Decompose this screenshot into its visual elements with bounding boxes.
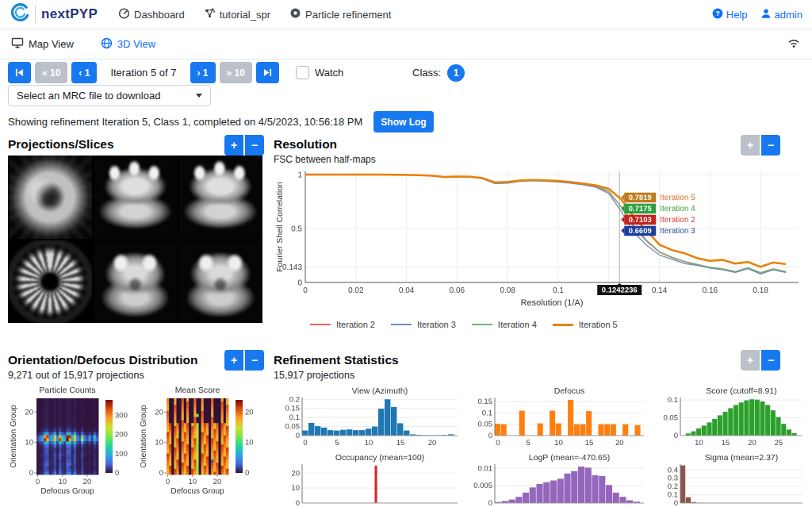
- project-nodes-icon: [204, 7, 216, 21]
- brand[interactable]: nextPYP: [10, 3, 98, 26]
- watch-label: Watch: [315, 67, 343, 79]
- monitor-icon: [11, 37, 24, 51]
- projection-slices-image: [8, 156, 262, 323]
- nav-item-project[interactable]: tutorial_spr: [204, 7, 270, 21]
- legend-line-swatch: [553, 324, 573, 326]
- resolution-zoom-out-button[interactable]: −: [761, 135, 780, 156]
- defocus-histogram[interactable]: [466, 386, 649, 450]
- tab-label: Map View: [29, 38, 74, 50]
- mrc-file-select[interactable]: Select an MRC file to download: [8, 85, 211, 106]
- fsc-legend: Iteration 2Iteration 3Iteration 4Iterati…: [274, 320, 806, 329]
- legend-label: Iteration 2: [336, 320, 375, 329]
- mrc-select-value: Select an MRC file to download: [17, 90, 160, 102]
- last-iteration-button[interactable]: [256, 62, 279, 83]
- iteration-label: Iteration 5 of 7: [110, 67, 176, 79]
- legend-item[interactable]: Iteration 3: [391, 320, 456, 329]
- status-text: Showing refinement Iteration 5, Class 1,…: [8, 116, 362, 128]
- legend-label: Iteration 4: [498, 320, 537, 329]
- projections-panel-title: Projections/Slices: [8, 137, 114, 152]
- particle-counts-heatmap[interactable]: [10, 386, 138, 507]
- projection-image-cell: [8, 240, 92, 324]
- particle-refinement-icon: [289, 7, 301, 21]
- tab-3d-view[interactable]: 3D View: [101, 37, 155, 52]
- class-selector: Class: 1: [412, 62, 465, 83]
- resolution-panel-title: Resolution: [274, 137, 337, 152]
- nav-item-label: Dashboard: [134, 9, 185, 21]
- forward-1-button[interactable]: › 1: [190, 62, 216, 83]
- resolution-zoom-controls: + −: [741, 135, 780, 156]
- legend-item[interactable]: Iteration 2: [310, 320, 375, 329]
- back-10-button[interactable]: « 10: [35, 62, 67, 83]
- first-iteration-button[interactable]: [8, 62, 31, 83]
- tab-label: 3D View: [117, 38, 155, 50]
- show-log-button[interactable]: Show Log: [373, 111, 433, 133]
- view-azimuth-histogram[interactable]: [274, 386, 462, 450]
- legend-line-swatch: [310, 324, 331, 325]
- nav-item-label: tutorial_spr: [220, 9, 270, 21]
- svg-text:?: ?: [715, 10, 720, 17]
- class-1-badge[interactable]: 1: [447, 64, 465, 82]
- statistics-zoom-controls: + −: [741, 350, 780, 371]
- brand-name: nextPYP: [41, 6, 98, 22]
- score-histogram[interactable]: [652, 386, 807, 450]
- projections-zoom-out-button[interactable]: −: [245, 135, 264, 156]
- chevron-down-icon: [196, 94, 202, 98]
- legend-label: Iteration 3: [417, 320, 456, 329]
- user-menu[interactable]: admin: [760, 8, 802, 21]
- dashboard-icon: [118, 7, 130, 21]
- legend-line-swatch: [391, 324, 412, 325]
- statistics-panel-title: Refinement Statistics: [274, 353, 399, 367]
- distribution-zoom-controls: + −: [224, 350, 264, 371]
- watch-control: Watch: [296, 66, 343, 79]
- legend-item[interactable]: Iteration 5: [553, 320, 618, 329]
- resolution-zoom-in-button[interactable]: +: [741, 135, 760, 156]
- help-label: Help: [726, 9, 748, 21]
- legend-label: Iteration 5: [579, 320, 618, 329]
- back-1-button[interactable]: ‹ 1: [71, 62, 97, 83]
- nav-item-block[interactable]: Particle refinement: [289, 7, 391, 21]
- mean-score-heatmap[interactable]: [140, 386, 268, 507]
- user-label: admin: [775, 9, 802, 21]
- forward-10-button[interactable]: » 10: [220, 62, 252, 83]
- nav-item-label: Particle refinement: [305, 9, 391, 21]
- projection-image-cell: [94, 240, 178, 324]
- stream-icon[interactable]: [787, 37, 801, 52]
- distribution-subtitle: 9,271 out of 15,917 projections: [8, 370, 144, 381]
- view-tabbar: Map View 3D View: [0, 29, 812, 60]
- projections-zoom-in-button[interactable]: +: [224, 135, 243, 156]
- projections-zoom-controls: + −: [224, 135, 264, 156]
- projection-image-cell: [8, 156, 92, 239]
- app-root: nextPYP Dashboard tutorial_spr Particle …: [0, 0, 812, 507]
- projection-image-cell: [178, 240, 262, 324]
- top-navbar: nextPYP Dashboard tutorial_spr Particle …: [0, 0, 812, 29]
- statistics-subtitle: 15,917 projections: [274, 370, 354, 381]
- sigma-histogram[interactable]: [652, 453, 807, 507]
- brand-divider: [35, 6, 36, 23]
- help-link[interactable]: ? Help: [712, 8, 748, 21]
- status-row: Showing refinement Iteration 5, Class 1,…: [8, 111, 434, 133]
- legend-line-swatch: [472, 324, 492, 325]
- projection-image-cell: [178, 156, 262, 239]
- projection-image-cell: [94, 156, 178, 239]
- statistics-zoom-in-button[interactable]: +: [741, 350, 760, 371]
- distribution-panel-title: Orientation/Defocus Distribution: [8, 353, 197, 367]
- distribution-zoom-out-button[interactable]: −: [245, 350, 264, 371]
- nav-item-dashboard[interactable]: Dashboard: [118, 7, 185, 21]
- user-icon: [760, 8, 772, 21]
- fsc-chart[interactable]: [274, 165, 806, 319]
- class-label: Class:: [412, 67, 441, 79]
- distribution-zoom-in-button[interactable]: +: [224, 350, 243, 371]
- statistics-zoom-out-button[interactable]: −: [761, 350, 780, 371]
- occupancy-histogram[interactable]: [274, 453, 462, 507]
- navbar-right: ? Help admin: [712, 8, 802, 21]
- tab-map-view[interactable]: Map View: [11, 37, 74, 51]
- globe-icon: [101, 37, 113, 52]
- iteration-controls: « 10 ‹ 1 Iteration 5 of 7 › 1 » 10 Watch: [8, 62, 343, 83]
- watch-checkbox[interactable]: [296, 66, 309, 79]
- help-icon: ?: [712, 8, 723, 21]
- logp-histogram[interactable]: [466, 453, 649, 507]
- fsc-subtitle: FSC between half-maps: [274, 154, 376, 165]
- nextpyp-logo-icon: [10, 3, 29, 26]
- legend-item[interactable]: Iteration 4: [472, 320, 537, 329]
